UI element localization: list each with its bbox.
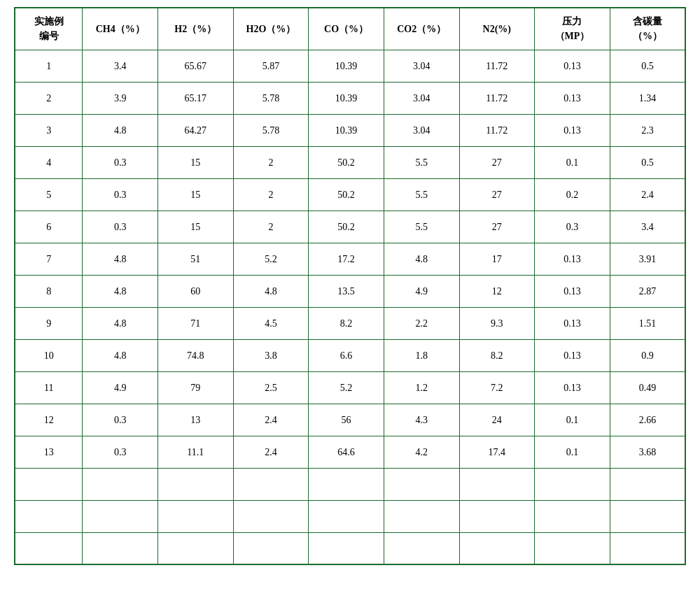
cell-id: 10 bbox=[15, 339, 83, 371]
cell-id: 12 bbox=[15, 404, 83, 436]
cell-h2: 15 bbox=[158, 211, 234, 243]
cell-co2: 2.2 bbox=[384, 307, 459, 339]
cell-carbon: 0.5 bbox=[610, 50, 685, 82]
table-row: 84.8604.813.54.9120.132.87 bbox=[15, 275, 685, 307]
cell-pressure: 0.1 bbox=[535, 404, 610, 436]
cell-id: 1 bbox=[15, 50, 83, 82]
cell-n2: 17.4 bbox=[459, 436, 535, 468]
header-shiyan: 实施例 编号 bbox=[15, 8, 83, 50]
cell-h2 bbox=[158, 500, 234, 532]
cell-h2o bbox=[233, 500, 309, 532]
header-h2: H2（%） bbox=[158, 8, 234, 50]
table-row: 60.315250.25.5270.33.4 bbox=[15, 211, 685, 243]
cell-carbon: 2.4 bbox=[610, 178, 685, 211]
cell-id: 11 bbox=[15, 371, 83, 404]
cell-h2o: 4.8 bbox=[233, 275, 309, 307]
cell-ch4: 0.3 bbox=[83, 211, 158, 243]
cell-ch4: 4.8 bbox=[83, 339, 158, 371]
cell-h2o bbox=[233, 468, 309, 500]
cell-ch4: 3.9 bbox=[83, 82, 158, 114]
cell-h2o: 2.5 bbox=[233, 371, 309, 404]
cell-id: 7 bbox=[15, 243, 83, 275]
cell-h2o: 5.78 bbox=[233, 82, 309, 114]
cell-n2: 8.2 bbox=[459, 339, 535, 371]
cell-co: 13.5 bbox=[309, 275, 384, 307]
cell-co2: 1.2 bbox=[384, 371, 459, 404]
cell-h2o: 4.5 bbox=[233, 307, 309, 339]
cell-h2: 64.27 bbox=[158, 114, 234, 146]
cell-co2: 3.04 bbox=[384, 82, 459, 114]
cell-h2o: 5.2 bbox=[233, 243, 309, 275]
cell-h2o: 5.87 bbox=[233, 50, 309, 82]
cell-co2: 5.5 bbox=[384, 146, 459, 178]
header-co2: CO2（%） bbox=[384, 8, 459, 50]
cell-id: 6 bbox=[15, 211, 83, 243]
table-container: 实施例 编号 CH4（%） H2（%） H2O（%） CO（%） CO2（%） bbox=[14, 7, 686, 565]
cell-h2o: 2.4 bbox=[233, 404, 309, 436]
cell-ch4 bbox=[83, 500, 158, 532]
cell-co: 17.2 bbox=[309, 243, 384, 275]
cell-id bbox=[15, 500, 83, 532]
header-row: 实施例 编号 CH4（%） H2（%） H2O（%） CO（%） CO2（%） bbox=[15, 8, 685, 50]
cell-h2: 74.8 bbox=[158, 339, 234, 371]
cell-pressure: 0.13 bbox=[535, 275, 610, 307]
cell-ch4: 4.8 bbox=[83, 243, 158, 275]
cell-id: 4 bbox=[15, 146, 83, 178]
cell-n2: 9.3 bbox=[459, 307, 535, 339]
cell-carbon bbox=[610, 532, 685, 564]
cell-h2o: 2.4 bbox=[233, 436, 309, 468]
cell-carbon: 1.51 bbox=[610, 307, 685, 339]
cell-carbon: 1.34 bbox=[610, 82, 685, 114]
cell-n2: 7.2 bbox=[459, 371, 535, 404]
cell-co: 10.39 bbox=[309, 82, 384, 114]
cell-carbon: 2.3 bbox=[610, 114, 685, 146]
cell-h2 bbox=[158, 468, 234, 500]
cell-carbon: 0.5 bbox=[610, 146, 685, 178]
cell-id: 9 bbox=[15, 307, 83, 339]
cell-ch4: 0.3 bbox=[83, 404, 158, 436]
cell-id: 3 bbox=[15, 114, 83, 146]
cell-co: 50.2 bbox=[309, 146, 384, 178]
cell-ch4 bbox=[83, 468, 158, 500]
table-row: 104.874.83.86.61.88.20.130.9 bbox=[15, 339, 685, 371]
header-pressure: 压力 （MP） bbox=[535, 8, 610, 50]
cell-n2 bbox=[459, 500, 535, 532]
cell-co: 56 bbox=[309, 404, 384, 436]
table-row: 120.3132.4564.3240.12.66 bbox=[15, 404, 685, 436]
table-row: 114.9792.55.21.27.20.130.49 bbox=[15, 371, 685, 404]
cell-n2: 27 bbox=[459, 146, 535, 178]
cell-co: 50.2 bbox=[309, 211, 384, 243]
table-row bbox=[15, 532, 685, 564]
cell-carbon: 2.87 bbox=[610, 275, 685, 307]
cell-co: 5.2 bbox=[309, 371, 384, 404]
table-row bbox=[15, 468, 685, 500]
table-row: 130.311.12.464.64.217.40.13.68 bbox=[15, 436, 685, 468]
cell-id: 13 bbox=[15, 436, 83, 468]
table-row: 13.465.675.8710.393.0411.720.130.5 bbox=[15, 50, 685, 82]
header-ch4: CH4（%） bbox=[83, 8, 158, 50]
cell-n2: 24 bbox=[459, 404, 535, 436]
cell-id bbox=[15, 532, 83, 564]
header-n2: N2(%) bbox=[459, 8, 535, 50]
cell-h2: 71 bbox=[158, 307, 234, 339]
cell-h2o bbox=[233, 532, 309, 564]
cell-pressure: 0.13 bbox=[535, 82, 610, 114]
cell-pressure: 0.13 bbox=[535, 307, 610, 339]
cell-ch4: 4.8 bbox=[83, 275, 158, 307]
cell-n2: 27 bbox=[459, 211, 535, 243]
cell-co: 64.6 bbox=[309, 436, 384, 468]
cell-id bbox=[15, 468, 83, 500]
cell-carbon bbox=[610, 500, 685, 532]
cell-pressure: 0.13 bbox=[535, 243, 610, 275]
cell-h2: 15 bbox=[158, 178, 234, 211]
cell-ch4: 0.3 bbox=[83, 178, 158, 211]
cell-co2: 3.04 bbox=[384, 50, 459, 82]
cell-pressure: 0.13 bbox=[535, 371, 610, 404]
cell-co2: 1.8 bbox=[384, 339, 459, 371]
cell-co2: 4.8 bbox=[384, 243, 459, 275]
cell-pressure: 0.13 bbox=[535, 339, 610, 371]
cell-co: 10.39 bbox=[309, 114, 384, 146]
cell-ch4 bbox=[83, 532, 158, 564]
cell-carbon: 3.4 bbox=[610, 211, 685, 243]
cell-h2: 15 bbox=[158, 146, 234, 178]
